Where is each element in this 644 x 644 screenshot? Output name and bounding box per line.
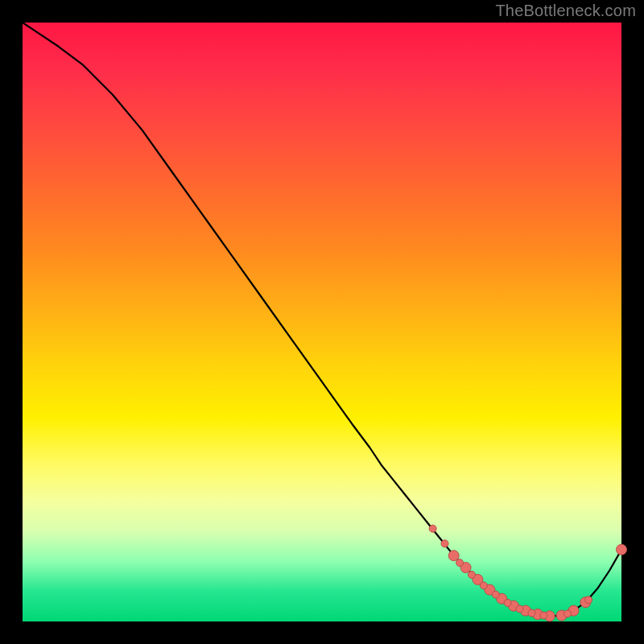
data-point bbox=[480, 582, 487, 589]
plot-area bbox=[23, 23, 621, 621]
data-point bbox=[504, 599, 511, 606]
data-point bbox=[429, 525, 436, 532]
watermark-text: TheBottleneck.com bbox=[495, 2, 636, 20]
data-point bbox=[528, 609, 535, 617]
data-point bbox=[540, 612, 547, 619]
data-point bbox=[617, 544, 627, 555]
bottleneck-curve bbox=[23, 23, 621, 616]
data-point bbox=[441, 540, 448, 547]
chart-frame: TheBottleneck.com bbox=[0, 0, 644, 644]
data-point bbox=[448, 551, 459, 561]
data-point bbox=[492, 591, 499, 598]
chart-svg bbox=[23, 23, 621, 621]
data-point bbox=[585, 597, 592, 604]
data-point bbox=[564, 610, 572, 617]
data-points-group bbox=[429, 525, 626, 621]
data-point bbox=[456, 559, 464, 567]
data-point bbox=[516, 605, 523, 613]
data-point bbox=[469, 571, 476, 578]
